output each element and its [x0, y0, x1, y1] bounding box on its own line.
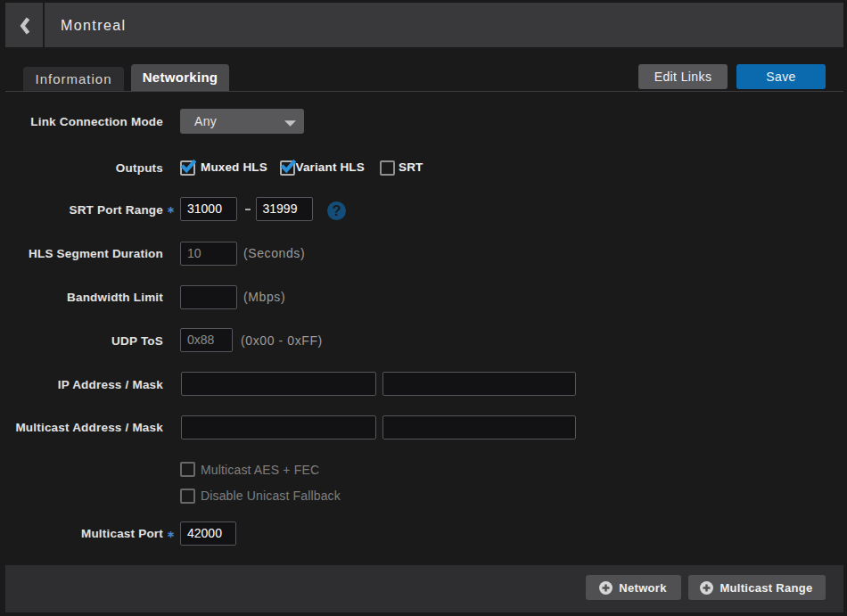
svg-text:?: ? [332, 202, 341, 218]
